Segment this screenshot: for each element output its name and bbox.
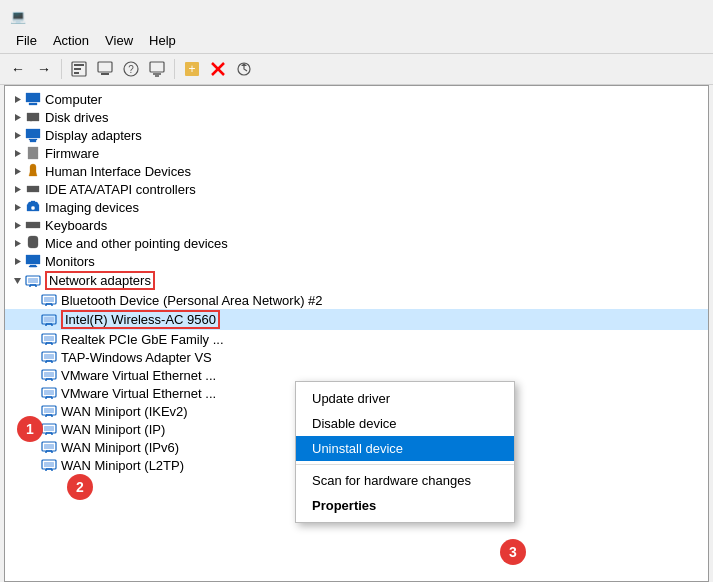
tree-item-label: WAN Miniport (IP) xyxy=(61,422,165,437)
svg-rect-1 xyxy=(74,64,84,66)
tree-item-label: WAN Miniport (IKEv2) xyxy=(61,404,188,419)
title-bar-icon: 💻 xyxy=(10,8,26,24)
toolbar-properties[interactable] xyxy=(67,57,91,81)
tree-item-label: Imaging devices xyxy=(45,200,139,215)
svg-rect-2 xyxy=(74,68,81,70)
tree-expand-icon xyxy=(25,385,41,401)
tree-item[interactable]: Keyboards xyxy=(5,216,708,234)
tree-item-icon xyxy=(25,127,41,143)
menu-item-help[interactable]: Help xyxy=(141,30,184,51)
tree-item[interactable]: Human Interface Devices xyxy=(5,162,708,180)
tree-item[interactable]: Firmware xyxy=(5,144,708,162)
toolbar: ← → ? + xyxy=(0,53,713,85)
context-menu-item-uninstall-device[interactable]: Uninstall device xyxy=(296,436,514,461)
toolbar-update[interactable] xyxy=(232,57,256,81)
tree-item[interactable]: Mice and other pointing devices xyxy=(5,234,708,252)
tree-item-label: TAP-Windows Adapter VS xyxy=(61,350,212,365)
tree-item[interactable]: Network adapters xyxy=(5,270,708,291)
tree-expand-icon xyxy=(25,367,41,383)
svg-marker-24 xyxy=(15,222,21,229)
context-menu-item-scan-for-hardware-changes[interactable]: Scan for hardware changes xyxy=(296,468,514,493)
tree-item-icon xyxy=(25,163,41,179)
title-bar: 💻 xyxy=(0,0,713,28)
toolbar-remove[interactable] xyxy=(206,57,230,81)
context-menu-item-disable-device[interactable]: Disable device xyxy=(296,411,514,436)
tree-expand-icon xyxy=(9,127,25,143)
svg-marker-27 xyxy=(14,278,21,284)
svg-rect-5 xyxy=(101,73,109,75)
tree-item-label: Disk drives xyxy=(45,110,109,125)
tree-expand-icon xyxy=(9,253,25,269)
toolbar-back[interactable]: ← xyxy=(6,57,30,81)
tree-item-icon xyxy=(41,439,57,455)
tree-item-label: VMware Virtual Ethernet ... xyxy=(61,386,216,401)
svg-marker-25 xyxy=(15,240,21,247)
tree-expand-icon xyxy=(25,457,41,473)
badge-1: 1 xyxy=(17,416,43,442)
svg-rect-79 xyxy=(44,462,54,467)
tree-expand-icon xyxy=(9,145,25,161)
tree-item-icon xyxy=(25,217,41,233)
tree-item-icon xyxy=(41,385,57,401)
tree-expand-icon xyxy=(9,273,25,289)
tree-item-label: IDE ATA/ATAPI controllers xyxy=(45,182,196,197)
tree-item-label: Firmware xyxy=(45,146,99,161)
tree-item-icon xyxy=(25,181,41,197)
tree-item-label: Keyboards xyxy=(45,218,107,233)
tree-expand-icon xyxy=(9,235,25,251)
tree-expand-icon xyxy=(9,181,25,197)
tree-item[interactable]: IDE ATA/ATAPI controllers xyxy=(5,180,708,198)
tree-item-icon xyxy=(25,199,41,215)
menu-item-action[interactable]: Action xyxy=(45,30,97,51)
main-window: Computer Disk drives Display adapters Fi… xyxy=(4,85,709,582)
tree-item[interactable]: TAP-Windows Adapter VS xyxy=(5,348,708,366)
tree-expand-icon xyxy=(25,349,41,365)
toolbar-sep2 xyxy=(174,59,175,79)
svg-marker-21 xyxy=(15,168,21,175)
svg-rect-49 xyxy=(44,354,54,359)
tree-expand-icon xyxy=(25,331,41,347)
svg-rect-64 xyxy=(44,408,54,413)
tree-item[interactable]: Intel(R) Wireless-AC 9560 xyxy=(5,309,708,330)
tree-item[interactable]: Realtek PCIe GbE Family ... xyxy=(5,330,708,348)
toolbar-sep1 xyxy=(61,59,62,79)
svg-rect-54 xyxy=(44,372,54,377)
tree-item-icon xyxy=(41,331,57,347)
tree-expand-icon xyxy=(9,91,25,107)
menu-item-view[interactable]: View xyxy=(97,30,141,51)
tree-item-label: Human Interface Devices xyxy=(45,164,191,179)
tree-item-icon xyxy=(25,109,41,125)
tree-item-icon xyxy=(25,273,41,289)
toolbar-forward[interactable]: → xyxy=(32,57,56,81)
tree-item-icon xyxy=(25,235,41,251)
tree-item[interactable]: Display adapters xyxy=(5,126,708,144)
svg-rect-69 xyxy=(44,426,54,431)
svg-rect-59 xyxy=(44,390,54,395)
tree-item-icon xyxy=(25,145,41,161)
context-menu-item-update-driver[interactable]: Update driver xyxy=(296,386,514,411)
toolbar-help[interactable]: ? xyxy=(119,57,143,81)
toolbar-view[interactable] xyxy=(145,57,169,81)
svg-text:+: + xyxy=(188,62,195,76)
tree-item-icon xyxy=(41,421,57,437)
badge-3: 3 xyxy=(500,539,526,565)
context-menu-separator xyxy=(296,464,514,465)
tree-item-label: Monitors xyxy=(45,254,95,269)
tree-expand-icon xyxy=(9,163,25,179)
tree-item-icon xyxy=(41,403,57,419)
menu-item-file[interactable]: File xyxy=(8,30,45,51)
tree-item-label: WAN Miniport (L2TP) xyxy=(61,458,184,473)
tree-item[interactable]: Imaging devices xyxy=(5,198,708,216)
tree-item[interactable]: Bluetooth Device (Personal Area Network)… xyxy=(5,291,708,309)
tree-item[interactable]: Computer xyxy=(5,90,708,108)
context-menu-item-properties[interactable]: Properties xyxy=(296,493,514,518)
toolbar-add[interactable]: + xyxy=(180,57,204,81)
svg-text:?: ? xyxy=(128,64,134,75)
svg-marker-23 xyxy=(15,204,21,211)
tree-expand-icon xyxy=(25,312,41,328)
toolbar-scan[interactable] xyxy=(93,57,117,81)
tree-item[interactable]: Monitors xyxy=(5,252,708,270)
tree-item-icon xyxy=(41,312,57,328)
tree-item-icon xyxy=(41,457,57,473)
tree-item[interactable]: Disk drives xyxy=(5,108,708,126)
